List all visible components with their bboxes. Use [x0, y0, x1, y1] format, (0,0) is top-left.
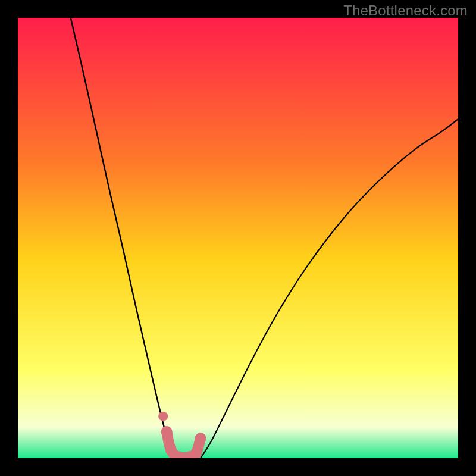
chart-frame: TheBottleneck.com — [0, 0, 476, 476]
curve-left-branch — [71, 18, 177, 458]
plot-area — [18, 18, 458, 458]
valley-marker-dot — [195, 433, 206, 444]
valley-marker-dots — [158, 412, 206, 458]
watermark-text: TheBottleneck.com — [343, 2, 468, 19]
curve-right-branch — [201, 119, 458, 458]
valley-marker-dot — [190, 447, 202, 458]
valley-marker-dot — [158, 412, 168, 421]
valley-marker-dot — [161, 426, 173, 437]
chart-svg — [18, 18, 458, 458]
